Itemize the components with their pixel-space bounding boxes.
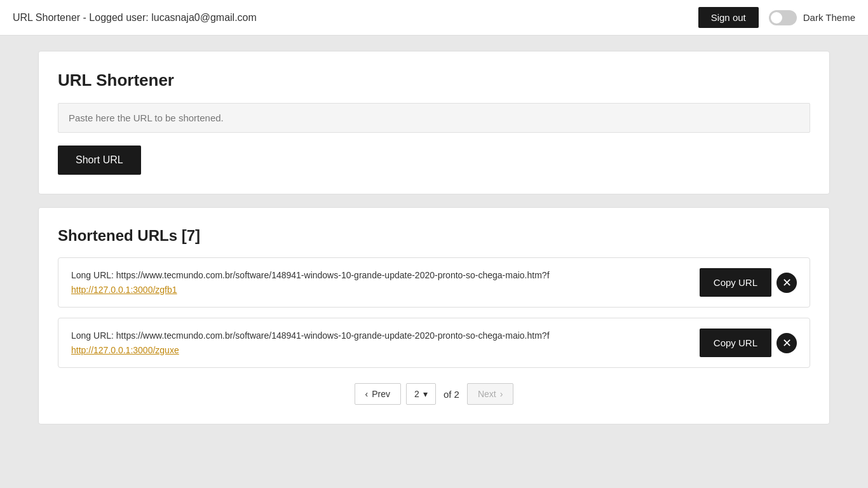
header-right: Sign out Dark Theme — [698, 7, 855, 28]
dark-theme-label: Dark Theme — [803, 12, 855, 23]
copy-url-button-2[interactable]: Copy URL — [700, 329, 771, 357]
url-item: Long URL: https://www.tecmundo.com.br/so… — [58, 318, 810, 368]
url-long-1: Long URL: https://www.tecmundo.com.br/so… — [71, 270, 689, 280]
chevron-left-icon: ‹ — [365, 389, 369, 399]
long-url-value-1: https://www.tecmundo.com.br/software/148… — [116, 270, 550, 280]
url-item-content: Long URL: https://www.tecmundo.com.br/so… — [71, 270, 689, 295]
short-url-link-2[interactable]: http://127.0.0.1:3000/zguxe — [71, 345, 179, 355]
shortened-urls-title: Shortened URLs [7] — [58, 227, 810, 245]
url-shortener-card: URL Shortener Short URL — [38, 51, 830, 194]
long-url-label-1: Long URL: — [71, 270, 114, 280]
url-long-2: Long URL: https://www.tecmundo.com.br/so… — [71, 330, 689, 341]
shortened-urls-card: Shortened URLs [7] Long URL: https://www… — [38, 207, 830, 424]
copy-url-button-1[interactable]: Copy URL — [700, 268, 771, 297]
toggle-slider — [769, 10, 797, 25]
prev-label: Prev — [372, 389, 390, 399]
header-title: URL Shortener - Logged user: lucasnaja0@… — [13, 12, 257, 24]
dark-theme-toggle-container: Dark Theme — [769, 10, 855, 25]
sign-out-button[interactable]: Sign out — [698, 7, 759, 28]
delete-url-button-1[interactable]: ✕ — [776, 273, 797, 293]
long-url-label-2: Long URL: — [71, 330, 114, 341]
url-actions-1: Copy URL ✕ — [700, 268, 797, 297]
close-icon: ✕ — [782, 337, 792, 349]
main-content: URL Shortener Short URL Shortened URLs [… — [0, 36, 868, 452]
short-url-button[interactable]: Short URL — [58, 146, 141, 175]
chevron-right-icon: › — [500, 389, 503, 399]
current-page: 2 — [414, 389, 419, 399]
next-label: Next — [478, 389, 496, 399]
delete-url-button-2[interactable]: ✕ — [776, 333, 797, 353]
url-actions-2: Copy URL ✕ — [700, 329, 797, 357]
page-of: of 2 — [441, 384, 462, 405]
url-item: Long URL: https://www.tecmundo.com.br/so… — [58, 257, 810, 308]
header: URL Shortener - Logged user: lucasnaja0@… — [0, 0, 868, 36]
url-item-content: Long URL: https://www.tecmundo.com.br/so… — [71, 330, 689, 356]
next-button[interactable]: Next › — [467, 383, 513, 405]
pagination: ‹ Prev 2 ▾ of 2 Next › — [58, 383, 810, 405]
long-url-value-2: https://www.tecmundo.com.br/software/148… — [116, 330, 550, 341]
close-icon: ✕ — [782, 277, 792, 288]
prev-button[interactable]: ‹ Prev — [355, 383, 401, 405]
page-select[interactable]: 2 ▾ — [406, 383, 436, 405]
url-shortener-title: URL Shortener — [58, 71, 810, 90]
short-url-link-1[interactable]: http://127.0.0.1:3000/zgfb1 — [71, 285, 177, 295]
chevron-down-icon: ▾ — [423, 389, 428, 399]
url-input[interactable] — [58, 103, 810, 133]
dark-theme-toggle[interactable] — [769, 10, 797, 25]
